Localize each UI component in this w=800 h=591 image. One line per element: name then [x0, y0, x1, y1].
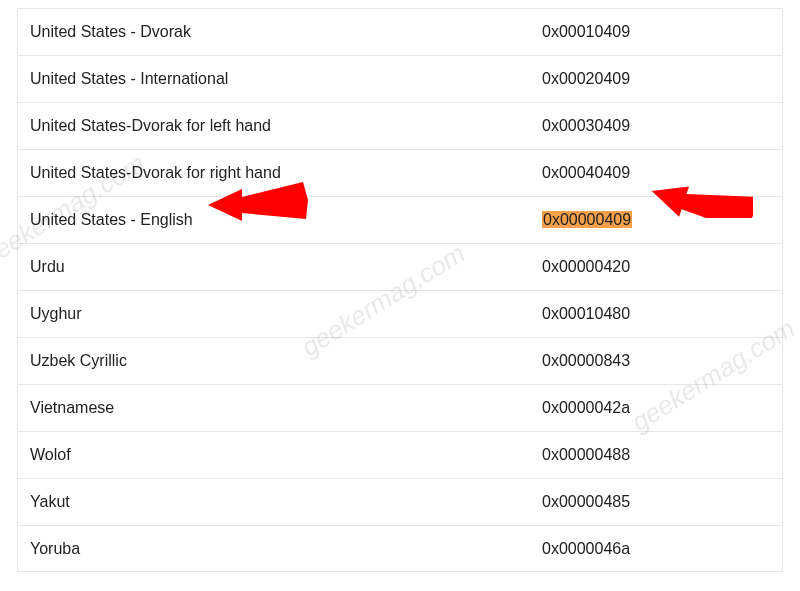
- table-row: Uyghur0x00010480: [17, 290, 783, 337]
- table-row: Urdu0x00000420: [17, 243, 783, 290]
- layout-code-cell: 0x00010480: [542, 305, 782, 323]
- table-row: United States - English0x00000409: [17, 196, 783, 243]
- table-row: Vietnamese0x0000042a: [17, 384, 783, 431]
- keyboard-layout-table: United States - Dvorak0x00010409United S…: [17, 8, 783, 572]
- layout-name-cell: Urdu: [18, 258, 542, 276]
- layout-name-cell: Vietnamese: [18, 399, 542, 417]
- layout-name-cell: United States-Dvorak for left hand: [18, 117, 542, 135]
- table-row: United States - International0x00020409: [17, 55, 783, 102]
- layout-code-cell: 0x00000488: [542, 446, 782, 464]
- keyboard-layout-table-container: United States - Dvorak0x00010409United S…: [0, 0, 800, 580]
- table-row: United States - Dvorak0x00010409: [17, 8, 783, 55]
- layout-name-cell: Yoruba: [18, 540, 542, 558]
- layout-code-cell: 0x0000042a: [542, 399, 782, 417]
- layout-name-cell: Wolof: [18, 446, 542, 464]
- layout-name-cell: United States - English: [18, 211, 542, 229]
- layout-code-cell: 0x00020409: [542, 70, 782, 88]
- layout-code-cell: 0x0000046a: [542, 540, 782, 558]
- layout-code-cell: 0x00000843: [542, 352, 782, 370]
- table-row: Yoruba0x0000046a: [17, 525, 783, 572]
- layout-name-cell: Uzbek Cyrillic: [18, 352, 542, 370]
- layout-name-cell: Uyghur: [18, 305, 542, 323]
- layout-code-cell: 0x00000420: [542, 258, 782, 276]
- layout-code-cell: 0x00030409: [542, 117, 782, 135]
- layout-code-cell: 0x00000485: [542, 493, 782, 511]
- layout-name-cell: Yakut: [18, 493, 542, 511]
- table-row: Wolof0x00000488: [17, 431, 783, 478]
- highlighted-code: 0x00000409: [542, 211, 632, 228]
- layout-name-cell: United States - International: [18, 70, 542, 88]
- layout-code-cell: 0x00040409: [542, 164, 782, 182]
- layout-name-cell: United States - Dvorak: [18, 23, 542, 41]
- layout-code-cell: 0x00010409: [542, 23, 782, 41]
- layout-name-cell: United States-Dvorak for right hand: [18, 164, 542, 182]
- table-row: Yakut0x00000485: [17, 478, 783, 525]
- table-row: Uzbek Cyrillic0x00000843: [17, 337, 783, 384]
- table-row: United States-Dvorak for left hand0x0003…: [17, 102, 783, 149]
- table-row: United States-Dvorak for right hand0x000…: [17, 149, 783, 196]
- layout-code-cell: 0x00000409: [542, 211, 782, 229]
